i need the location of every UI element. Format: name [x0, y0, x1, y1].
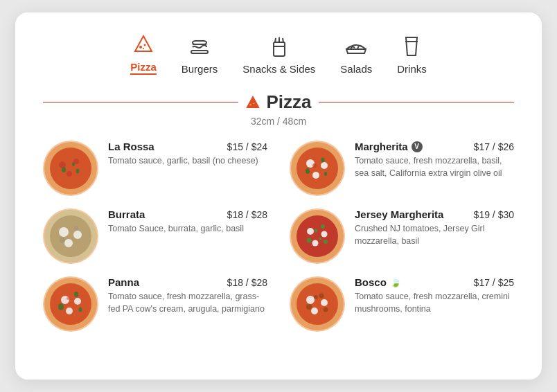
- svg-point-8: [254, 103, 255, 104]
- svg-point-29: [59, 227, 69, 237]
- svg-point-22: [312, 172, 319, 179]
- svg-point-41: [324, 240, 328, 244]
- item-info-margherita: Margherita V $17 / $26 Tomato sauce, fre…: [355, 141, 514, 179]
- svg-point-12: [59, 161, 66, 168]
- menu-item-bosco: Bosco 🍃 $17 / $25 Tomato sauce, fresh mo…: [290, 276, 514, 332]
- svg-point-35: [297, 215, 338, 257]
- item-name-jersey-margherita: Jersey Margherita: [355, 208, 443, 220]
- item-name-margherita: Margherita V: [355, 141, 423, 152]
- svg-point-46: [61, 296, 69, 304]
- svg-point-40: [321, 224, 325, 229]
- svg-point-1: [144, 44, 146, 46]
- svg-point-17: [72, 162, 75, 166]
- item-name-bosco: Bosco 🍃: [355, 276, 401, 288]
- menu-item-burrata: Burrata $18 / $28 Tomato Sauce, burrata,…: [43, 208, 267, 264]
- svg-point-60: [324, 308, 328, 312]
- svg-point-21: [321, 162, 328, 169]
- nav-item-salads[interactable]: Salads: [340, 34, 372, 75]
- svg-point-24: [321, 158, 325, 163]
- drinks-label: Drinks: [397, 63, 427, 75]
- burgers-icon: [188, 34, 211, 59]
- item-desc-la-rossa: Tomato sauce, garlic, basil (no cheese): [108, 154, 267, 167]
- svg-point-0: [139, 46, 142, 48]
- menu-card: Pizza Burgers Sna: [15, 12, 542, 380]
- svg-point-57: [311, 308, 318, 314]
- section-title: Pizza: [245, 91, 311, 113]
- svg-point-56: [321, 299, 328, 306]
- svg-point-47: [74, 298, 81, 305]
- salads-icon: [344, 34, 369, 59]
- svg-point-23: [306, 168, 310, 174]
- pizza-image-jersey-margherita: [290, 208, 345, 264]
- item-info-la-rossa: La Rossa $15 / $24 Tomato sauce, garlic,…: [108, 141, 267, 167]
- svg-point-42: [315, 229, 318, 233]
- svg-point-15: [62, 167, 66, 172]
- svg-point-38: [312, 240, 319, 247]
- svg-point-36: [307, 228, 314, 235]
- header-line-left: [43, 102, 238, 103]
- leaf-icon-bosco: 🍃: [390, 277, 401, 287]
- svg-point-25: [324, 172, 327, 176]
- svg-point-16: [76, 169, 80, 174]
- snacks-label: Snacks & Sides: [242, 63, 315, 75]
- svg-point-54: [297, 283, 338, 325]
- category-nav: Pizza Burgers Sna: [43, 32, 514, 75]
- item-info-jersey-margherita: Jersey Margherita $19 / $30 Crushed NJ t…: [355, 208, 514, 247]
- snacks-icon: [268, 34, 290, 59]
- item-price-panna: $18 / $28: [227, 277, 267, 288]
- menu-item-margherita: Margherita V $17 / $26 Tomato sauce, fre…: [290, 141, 514, 196]
- item-desc-burrata: Tomato Sauce, burrata, garlic, basil: [108, 222, 267, 235]
- svg-rect-4: [274, 42, 285, 56]
- section-subtitle: 32cm / 48cm: [43, 116, 514, 127]
- item-price-jersey-margherita: $19 / $30: [474, 209, 514, 220]
- svg-point-30: [73, 231, 82, 239]
- item-price-margherita: $17 / $26: [474, 141, 514, 152]
- item-price-bosco: $17 / $25: [474, 277, 514, 288]
- nav-item-burgers[interactable]: Burgers: [182, 34, 218, 75]
- item-price-la-rossa: $15 / $24: [227, 141, 267, 152]
- pizza-label: Pizza: [130, 61, 157, 75]
- item-name-la-rossa: La Rossa: [108, 141, 154, 152]
- header-line-right: [319, 102, 514, 103]
- svg-point-50: [74, 292, 78, 297]
- svg-point-11: [50, 148, 91, 189]
- svg-point-55: [306, 296, 315, 304]
- burgers-label: Burgers: [182, 63, 218, 75]
- item-price-burrata: $18 / $28: [227, 209, 267, 220]
- svg-point-9: [252, 105, 253, 106]
- item-desc-margherita: Tomato sauce, fresh mozzarella, basil, s…: [355, 154, 514, 179]
- pizza-image-la-rossa: [43, 141, 98, 196]
- nav-item-pizza[interactable]: Pizza: [130, 32, 157, 75]
- item-name-panna: Panna: [108, 276, 139, 288]
- item-desc-jersey-margherita: Crushed NJ tomatoes, Jersey Girl mozzare…: [355, 222, 514, 247]
- menu-item-la-rossa: La Rossa $15 / $24 Tomato sauce, garlic,…: [43, 141, 267, 196]
- pizza-image-burrata: [43, 208, 98, 264]
- svg-point-33: [74, 226, 78, 230]
- svg-point-19: [297, 148, 338, 189]
- svg-point-37: [321, 231, 328, 238]
- item-desc-bosco: Tomato sauce, fresh mozzarella, cremini …: [355, 290, 514, 315]
- svg-point-26: [312, 163, 317, 168]
- pizza-icon: [132, 32, 154, 57]
- svg-point-14: [67, 171, 72, 177]
- item-name-burrata: Burrata: [108, 208, 145, 220]
- nav-item-drinks[interactable]: Drinks: [397, 34, 427, 75]
- nav-item-snacks[interactable]: Snacks & Sides: [242, 34, 315, 75]
- svg-point-7: [250, 104, 252, 106]
- section-header: Pizza: [43, 91, 514, 113]
- menu-item-jersey-margherita: Jersey Margherita $19 / $30 Crushed NJ t…: [290, 208, 514, 264]
- svg-point-39: [307, 238, 312, 243]
- veg-badge-margherita: V: [412, 141, 423, 152]
- svg-point-2: [143, 48, 144, 49]
- svg-point-43: [319, 238, 321, 240]
- pizza-image-margherita: [290, 141, 345, 196]
- svg-point-52: [67, 297, 69, 300]
- item-desc-panna: Tomato sauce, fresh mozzarella, grass-fe…: [108, 290, 267, 315]
- svg-point-31: [64, 239, 73, 247]
- section-pizza-icon: [245, 95, 260, 110]
- svg-point-58: [306, 304, 312, 310]
- item-info-panna: Panna $18 / $28 Tomato sauce, fresh mozz…: [108, 276, 267, 315]
- svg-point-48: [66, 308, 73, 314]
- pizza-image-panna: [43, 276, 98, 332]
- svg-point-32: [60, 238, 65, 243]
